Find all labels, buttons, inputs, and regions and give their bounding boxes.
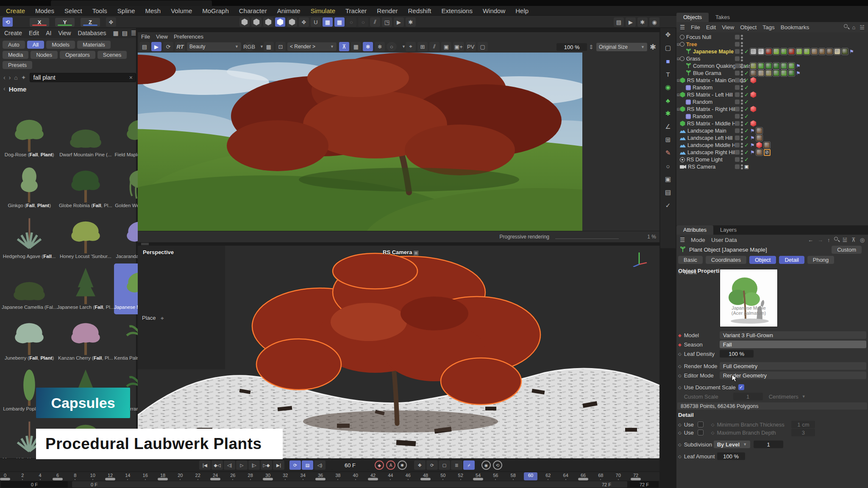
visibility-dots[interactable] xyxy=(741,49,743,54)
material-swatch[interactable] xyxy=(773,63,779,69)
next-key-icon[interactable]: ▷◆ xyxy=(261,460,272,470)
restart-render-icon[interactable]: ⟳ xyxy=(163,42,173,51)
object-row-blue-grama[interactable]: Blue Grama ✓⚑ xyxy=(676,69,868,77)
brush-icon[interactable]: ✎ xyxy=(662,148,673,158)
object-row-landscape-right-hill[interactable]: Landscape Right Hill ✓⚑⊘ xyxy=(676,149,868,156)
phong-tag-icon[interactable]: ⚑ xyxy=(796,70,801,76)
zoom-value-field[interactable]: 100 % xyxy=(556,43,587,51)
enabled-check-icon[interactable]: ✓ xyxy=(744,106,749,112)
enabled-check-icon[interactable]: ✓ xyxy=(744,77,749,83)
object-row-random[interactable]: ∷Random ✓ xyxy=(676,113,868,120)
material-swatch[interactable] xyxy=(788,63,795,69)
asset-item-japanese[interactable]: Japanese Camellia (Fal... xyxy=(2,263,57,314)
key-scale-icon[interactable]: ▢ xyxy=(439,460,450,470)
text-tool-icon[interactable]: T xyxy=(662,69,673,79)
axis-lock-icon[interactable]: ○ xyxy=(346,17,356,27)
material-swatch[interactable] xyxy=(758,48,764,55)
shape-icon[interactable]: ▢ xyxy=(662,43,673,53)
om-menu-bookmarks[interactable]: Bookmarks xyxy=(781,24,810,30)
transform-box-icon[interactable]: ⊞ xyxy=(662,135,673,145)
capsule-icon[interactable] xyxy=(263,17,273,27)
search-icon[interactable] xyxy=(834,237,838,241)
visibility-dots[interactable] xyxy=(741,150,743,155)
render-settings-icon[interactable]: ✱ xyxy=(637,17,648,27)
filter-auto[interactable]: Auto xyxy=(3,41,25,49)
render-view-icon[interactable]: ▤ xyxy=(614,17,624,27)
ab-menu-ai[interactable]: AI xyxy=(46,30,51,36)
enabled-check-icon[interactable]: ✓ xyxy=(744,120,749,127)
visibility-dots[interactable] xyxy=(741,35,743,40)
compare-caret-icon[interactable]: ▼ xyxy=(402,44,406,49)
enabled-check-icon[interactable]: ✓ xyxy=(744,99,749,105)
frame-ruler[interactable]: 0246810121416182022242628303234363840424… xyxy=(0,471,659,481)
object-row-rs-matrix-left-hill[interactable]: ⊟RS Matrix - Left Hill ✓ xyxy=(676,91,868,98)
object-row-random[interactable]: ∷Random ✓ xyxy=(676,98,868,105)
ab-menu-databases[interactable]: Databases xyxy=(78,30,106,36)
edit-toggle[interactable] xyxy=(735,78,740,83)
place-tool-label[interactable]: Place xyxy=(142,315,156,321)
render-settings-icon[interactable]: ✱ xyxy=(406,17,416,27)
clear-search-icon[interactable]: × xyxy=(129,74,133,81)
viewport-solo-icon[interactable]: ◳ xyxy=(382,17,392,27)
snapshot-global-icon[interactable]: ❄ xyxy=(375,42,385,51)
material-swatch[interactable] xyxy=(796,48,802,55)
material-swatch[interactable] xyxy=(773,48,779,55)
editor-mode-select[interactable]: Render Geometry xyxy=(720,372,866,379)
viewport-camera-label[interactable]: RS Camera xyxy=(383,249,412,255)
material-swatch[interactable] xyxy=(756,128,762,134)
ab-menu-create[interactable]: Create xyxy=(4,30,22,36)
menu-volume[interactable]: Volume xyxy=(171,7,192,14)
custom-scale-unit-select[interactable]: Centimeters xyxy=(769,394,798,400)
phong-tag-icon[interactable]: ⚑ xyxy=(750,135,755,141)
undo-icon[interactable]: ⟲ xyxy=(3,17,13,27)
menu-render[interactable]: Render xyxy=(377,7,398,14)
asset-item-dog-rose[interactable]: Dog-Rose (Fall, Plant) xyxy=(2,111,57,162)
enabled-check-icon[interactable]: ✓ xyxy=(744,48,749,55)
asset-item-japanese[interactable]: Japanese Larch (Fall, Pl... xyxy=(57,263,114,314)
menu-help[interactable]: Help xyxy=(515,7,529,14)
menu-redshift[interactable]: Redshift xyxy=(408,7,431,14)
enabled-check-icon[interactable]: ✓ xyxy=(744,149,749,155)
filter-presets[interactable]: Presets xyxy=(3,61,32,69)
keyframe-marker[interactable] xyxy=(210,478,220,480)
material-swatch[interactable] xyxy=(819,48,825,55)
object-row-landscape-middle-hill[interactable]: Landscape Middle Hill ✓⚑ xyxy=(676,141,868,149)
om-menu-object[interactable]: Object xyxy=(740,24,757,30)
material-swatch[interactable] xyxy=(750,70,757,76)
pass-select[interactable]: Beauty▼ xyxy=(187,42,241,51)
visibility-dots[interactable] xyxy=(741,100,743,105)
material-swatch[interactable] xyxy=(765,63,772,69)
pv-icon[interactable]: PV xyxy=(466,42,476,51)
grid-snap-icon[interactable]: ▦ xyxy=(323,17,333,27)
visibility-dots[interactable] xyxy=(741,128,743,133)
layout-grid-icon[interactable]: ▦ xyxy=(113,30,118,36)
visibility-dots[interactable] xyxy=(741,78,743,83)
object-row-japanese-maple[interactable]: Japanese Maple ✓⚑ xyxy=(676,48,868,55)
lock-icon[interactable]: ⊼ xyxy=(339,42,349,51)
object-row-tree[interactable]: ⊟Tree xyxy=(676,41,868,48)
subdivision-field[interactable]: 1 xyxy=(754,441,783,448)
goto-end-icon[interactable]: ▶| xyxy=(273,460,284,470)
material-swatch[interactable] xyxy=(834,48,840,55)
layout-list-icon[interactable]: ▤ xyxy=(122,30,128,36)
visibility-dots[interactable] xyxy=(741,64,743,69)
asset-item-dwarf[interactable]: Dwarf Mountain Pine (... xyxy=(57,111,114,162)
edit-toggle[interactable] xyxy=(735,121,740,126)
sphere-icon[interactable]: ◉ xyxy=(662,82,673,92)
visibility-dots[interactable] xyxy=(741,114,743,119)
custom-button[interactable]: Custom xyxy=(832,246,862,254)
place-tool-icon[interactable]: ⌖ xyxy=(161,315,164,322)
channel-select[interactable]: RGB xyxy=(244,42,255,51)
move-tool-icon[interactable]: ✥ xyxy=(662,30,673,40)
menu-mesh[interactable]: Mesh xyxy=(145,7,161,14)
redshift-material-icon[interactable] xyxy=(750,106,757,112)
plant-thumbnail[interactable]: Japanese Maple (Acer palmatum) xyxy=(720,269,778,327)
object-row-rs-matrix-main-ground[interactable]: ⊟RS Matrix - Main Ground ✓ xyxy=(676,77,868,84)
filter-all[interactable]: All xyxy=(27,41,44,49)
object-row-common-quaking-grass[interactable]: Common Quaking Grass ✓⚑ xyxy=(676,62,868,69)
compare-icon[interactable]: ○ xyxy=(387,42,397,51)
target-icon[interactable]: ◎ xyxy=(860,237,865,243)
edit-toggle[interactable] xyxy=(735,143,740,147)
asset-item-kanzan[interactable]: Kanzan Cherry (Fall, Pl... xyxy=(57,314,114,365)
key-position-icon[interactable]: ✥ xyxy=(414,460,426,470)
